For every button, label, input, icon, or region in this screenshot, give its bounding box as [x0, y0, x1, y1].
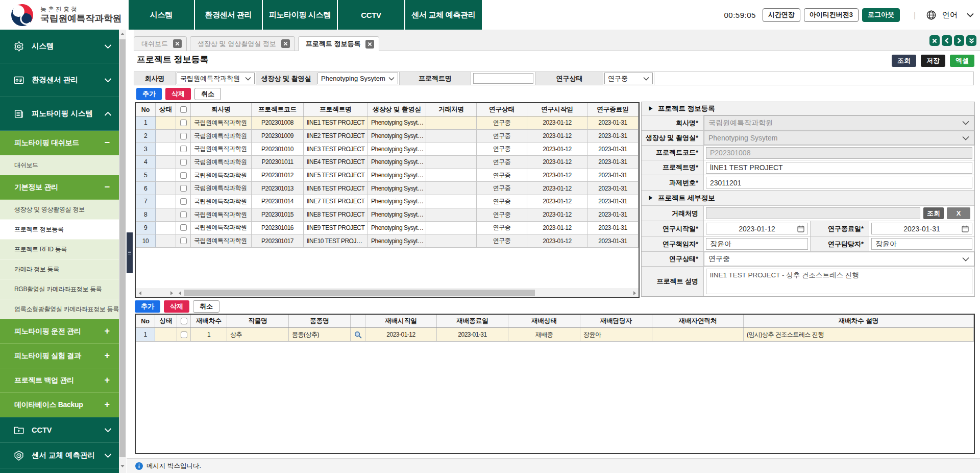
grid2-cancel-button[interactable]: 취소: [193, 300, 219, 313]
scroll-up-arrow[interactable]: [119, 30, 126, 38]
project-filter-input[interactable]: [473, 73, 533, 84]
room-filter-select[interactable]: Phenotyping Sysytem: [317, 73, 398, 84]
sidebar-item-3[interactable]: 피노타이핑 시스템: [0, 97, 119, 131]
client-clear-button[interactable]: X: [947, 207, 970, 219]
language-selector[interactable]: 언어: [926, 10, 974, 20]
column-header-연구종료일[interactable]: 연구종료일: [587, 103, 639, 116]
column-header-상태[interactable]: 상태: [155, 315, 177, 327]
detail-end-date-input[interactable]: 2023-01-31: [871, 223, 972, 234]
table-row[interactable]: 4국립원예특작과학원P202301011lINE4 TEST PROJECTPh…: [136, 156, 639, 169]
column-header-No[interactable]: No: [136, 315, 155, 327]
hscroll-left-arrow2[interactable]: [176, 289, 184, 297]
hscroll-left-arrow[interactable]: [136, 289, 144, 297]
sidebar-group-14[interactable]: 피노타이핑 실험 결과+: [0, 344, 119, 368]
grid1-delete-button[interactable]: 삭제: [165, 88, 191, 100]
tab-1[interactable]: 대쉬보드: [134, 36, 187, 51]
account-button[interactable]: 아이티컨버전3: [804, 8, 859, 22]
tab-3[interactable]: 프로젝트 정보등록: [298, 36, 380, 51]
table-row[interactable]: 9국립원예특작과학원P202301016lINE9 TEST PROJECTPh…: [136, 222, 639, 235]
search-button[interactable]: 조회: [892, 55, 916, 67]
tab-close-icon[interactable]: [173, 39, 182, 48]
row-checkbox[interactable]: [180, 146, 187, 152]
column-header-작물명[interactable]: 작물명: [227, 315, 289, 327]
nav-item-3[interactable]: 피노타이핑 시스템: [262, 0, 337, 30]
column-header-상태[interactable]: 상태: [156, 103, 176, 116]
status-filter-select[interactable]: 연구중: [604, 73, 653, 84]
table-row[interactable]: 1국립원예특작과학원P202301008lINE1 TEST PROJECTPh…: [136, 116, 639, 130]
sidebar-item-18[interactable]: 센서 교체 예측관리: [0, 443, 119, 468]
hscroll-thumb[interactable]: [184, 290, 535, 296]
column-header-재배차수 설명[interactable]: 재배차수 설명: [744, 315, 974, 327]
sidebar-item-17[interactable]: CCTV: [0, 417, 119, 443]
tab-close-icon[interactable]: [281, 39, 290, 48]
column-header-재배종료일[interactable]: 재배종료일: [437, 315, 508, 327]
table-row[interactable]: 11상추품종(상추)2023-01-122023-01-31재배중장윤아(임시)…: [136, 328, 974, 342]
row-checkbox[interactable]: [180, 159, 187, 165]
hscroll-right-arrow[interactable]: [630, 289, 639, 297]
column-header-재배시작일[interactable]: 재배시작일: [365, 315, 437, 327]
sidebar-item-1[interactable]: 시스템: [0, 30, 119, 63]
table-row[interactable]: 3국립원예특작과학원P202301010lINE3 TEST PROJECTPh…: [136, 143, 639, 156]
detail-manager-input[interactable]: 장윤아: [871, 238, 972, 250]
column-header-프로젝트코드[interactable]: 프로젝트코드: [252, 103, 304, 116]
table-row[interactable]: 5국립원예특작과학원P202301012lINE5 TEST PROJECTPh…: [136, 169, 639, 182]
row-checkbox[interactable]: [181, 332, 187, 338]
sidebar-subitem-8[interactable]: 프로젝트 정보등록: [0, 220, 119, 240]
tab-close-icon[interactable]: [365, 40, 374, 49]
column-header-거래처명[interactable]: 거래처명: [426, 103, 477, 116]
column-header-연구시작일[interactable]: 연구시작일: [527, 103, 587, 116]
next-tab-button[interactable]: [954, 35, 964, 46]
table-row[interactable]: 2국립원예특작과학원P202301009lINE2 TEST PROJECTPh…: [136, 130, 639, 143]
hscroll-right-arrow-frozen[interactable]: [167, 289, 176, 297]
nav-item-2[interactable]: 환경센서 관리: [194, 0, 262, 30]
close-all-tabs-button[interactable]: [929, 35, 940, 46]
sidebar-group-15[interactable]: 프로젝트 백업 관리+: [0, 368, 119, 393]
sidebar-subitem-5[interactable]: 대쉬보드: [0, 155, 119, 175]
row-checkbox[interactable]: [180, 133, 187, 139]
sidebar-group-6[interactable]: 기본정보 관리−: [0, 175, 119, 200]
detail-start-date-input[interactable]: 2023-01-12: [706, 223, 808, 234]
detail-name-input[interactable]: lINE1 TEST PROJECT: [706, 162, 972, 174]
column-header-icon[interactable]: [351, 315, 365, 327]
column-header-재배자연락처[interactable]: 재배자연락처: [652, 315, 744, 327]
tab-2[interactable]: 생장상 및 영상촬영실 정보: [190, 36, 295, 51]
row-checkbox[interactable]: [180, 211, 187, 218]
row-checkbox[interactable]: [180, 198, 187, 205]
company-filter-select[interactable]: 국립원예특작과학원: [177, 73, 255, 84]
client-search-button[interactable]: 조회: [923, 207, 944, 219]
row-checkbox[interactable]: [180, 224, 187, 231]
sidebar-group-13[interactable]: 피노타이핑 운전 관리+: [0, 319, 119, 344]
grid2-delete-button[interactable]: 삭제: [164, 300, 189, 313]
grid1-add-button[interactable]: 추가: [136, 88, 162, 100]
save-button[interactable]: 저장: [921, 55, 945, 67]
detail-company-select[interactable]: 국립원예특작과학원: [704, 115, 974, 130]
prev-tab-button[interactable]: [942, 35, 952, 46]
sidebar-subitem-9[interactable]: 프로젝트 RFID 등록: [0, 240, 119, 259]
table-row[interactable]: 8국립원예특작과학원P202301015lINE8 TEST PROJECTPh…: [136, 208, 639, 222]
calendar-icon[interactable]: [962, 225, 969, 232]
extend-time-button[interactable]: 시간연장: [763, 8, 800, 22]
select-all-checkbox[interactable]: [181, 318, 187, 324]
scroll-down-arrow[interactable]: [119, 462, 126, 470]
sidebar-scrollbar[interactable]: [119, 30, 126, 473]
detail-task-input[interactable]: 23011201: [706, 177, 972, 188]
column-header-회사명[interactable]: 회사명: [191, 103, 252, 116]
detail-status-select[interactable]: 연구중: [704, 252, 974, 266]
sidebar-subitem-11[interactable]: RGB촬영실 카메라좌표정보 등록: [0, 279, 119, 299]
logout-button[interactable]: 로그아웃: [862, 8, 900, 22]
calendar-icon[interactable]: [797, 225, 804, 232]
project-grid-hscrollbar[interactable]: [136, 289, 639, 297]
row-checkbox[interactable]: [180, 185, 187, 192]
excel-button[interactable]: 엑셀: [950, 55, 974, 67]
row-checkbox[interactable]: [180, 120, 187, 126]
column-header-재배담당자[interactable]: 재배담당자: [580, 315, 652, 327]
sidebar-subitem-10[interactable]: 카메라 정보 등록: [0, 259, 119, 279]
detail-room-select[interactable]: Phenotyping Sysytem: [704, 131, 974, 145]
detail-desc-textarea[interactable]: lINE1 TEST PROJECT - 상추 건조스트레스 진행: [706, 269, 972, 294]
nav-item-4[interactable]: CCTV: [337, 0, 404, 30]
sidebar-item-2[interactable]: 환경센서 관리: [0, 63, 119, 97]
table-row[interactable]: 6국립원예특작과학원P202301013lINE6 TEST PROJECTPh…: [136, 182, 639, 195]
tab-list-button[interactable]: [966, 35, 976, 46]
column-header-재배상태[interactable]: 재배상태: [508, 315, 580, 327]
column-header-생장상 및 촬영실[interactable]: 생장상 및 촬영실: [368, 103, 426, 116]
